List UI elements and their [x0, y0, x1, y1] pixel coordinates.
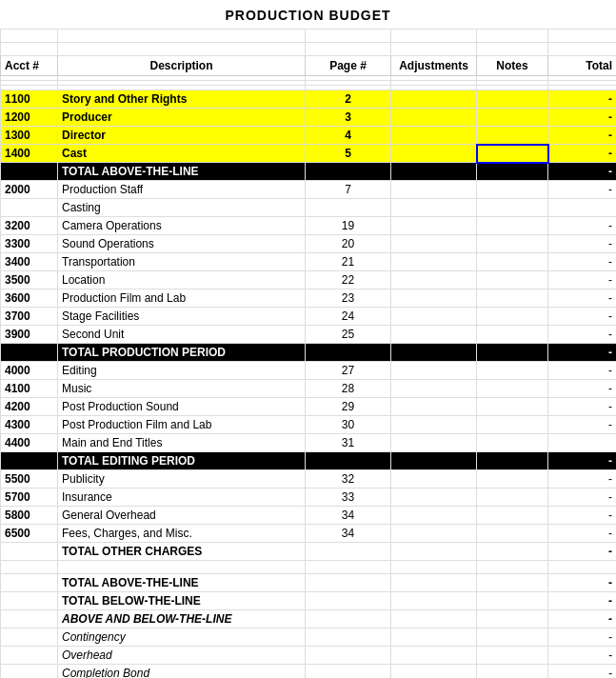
table-row: 3700Stage Facilities24- — [1, 308, 617, 326]
table-row: 5800General Overhead34- — [1, 507, 617, 525]
table-row: 3600Production Film and Lab23- — [1, 289, 617, 308]
table-row: TOTAL EDITING PERIOD- — [1, 452, 617, 470]
table-row: 3300Sound Operations20- — [1, 235, 617, 253]
table-row: Completion Bond- — [1, 665, 617, 679]
col-header-description: Description — [58, 56, 306, 76]
table-row: 1100Story and Other Rights2- — [1, 90, 617, 109]
table-row: TOTAL ABOVE-THE-LINE- — [1, 574, 617, 592]
empty-row — [1, 30, 617, 43]
table-row: 1200Producer3- — [1, 109, 617, 127]
table-row: 4100Music28- — [1, 380, 617, 398]
col-header-adjustments: Adjustments — [391, 56, 477, 76]
table-row: TOTAL BELOW-THE-LINE- — [1, 592, 617, 610]
col-header-acct: Acct # — [1, 56, 58, 76]
table-row: 1300Director4- — [1, 127, 617, 145]
table-row: 4400Main and End Titles31 — [1, 434, 617, 452]
col-header-notes: Notes — [477, 56, 548, 76]
page-title: PRODUCTION BUDGET — [0, 0, 616, 29]
table-row: ABOVE AND BELOW-THE-LINE- — [1, 610, 617, 628]
table-row: 4000Editing27- — [1, 362, 617, 380]
table-row: TOTAL PRODUCTION PERIOD- — [1, 344, 617, 362]
table-row: 3400Transportation21- — [1, 253, 617, 271]
table-row: TOTAL ABOVE-THE-LINE- — [1, 163, 617, 181]
table-row: 3200Camera Operations19- — [1, 217, 617, 235]
table-row: Contingency- — [1, 628, 617, 647]
table-row: 6500Fees, Charges, and Misc.34- — [1, 525, 617, 543]
table-row: 4300Post Production Film and Lab30- — [1, 416, 617, 434]
table-row: Overhead- — [1, 647, 617, 665]
empty-row — [1, 43, 617, 56]
col-header-total: Total — [548, 56, 617, 76]
table-row: 4200Post Production Sound29- — [1, 398, 617, 416]
table-row: TOTAL OTHER CHARGES- — [1, 543, 617, 561]
header-row: Acct #DescriptionPage #AdjustmentsNotesT… — [1, 56, 617, 76]
table-row: 1400Cast5- — [1, 145, 617, 163]
table-row: 2000Production Staff7- — [1, 181, 617, 199]
col-header-page: Page # — [306, 56, 391, 76]
table-row: 5500Publicity32- — [1, 470, 617, 489]
table-row: 3500Location22- — [1, 271, 617, 289]
table-row: Casting — [1, 199, 617, 217]
table-row: 3900Second Unit25- — [1, 326, 617, 344]
table-row — [1, 561, 617, 574]
table-row: 5700Insurance33- — [1, 489, 617, 507]
